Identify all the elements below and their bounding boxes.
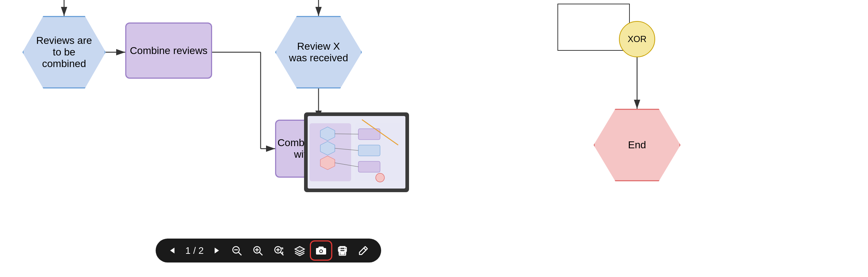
svg-rect-17 [358, 161, 380, 172]
prev-button[interactable] [164, 243, 180, 259]
camera-button[interactable] [312, 242, 330, 259]
layers-button[interactable] [291, 242, 309, 259]
zoom-fit-button[interactable] [270, 242, 288, 259]
svg-rect-16 [358, 145, 380, 156]
hex-review-x-received[interactable]: Review X was received [275, 16, 362, 88]
svg-marker-36 [295, 247, 304, 252]
svg-point-22 [376, 173, 384, 182]
svg-line-27 [239, 252, 241, 255]
svg-marker-24 [215, 248, 219, 253]
xor-label: XOR [628, 34, 646, 44]
hex-reviews-to-be-combined[interactable]: Reviews are to be combined [22, 16, 106, 88]
svg-line-31 [260, 252, 262, 255]
thumbnail-content [308, 116, 405, 189]
hex-reviews-label: Reviews are to be combined [34, 35, 94, 70]
print-button[interactable] [333, 242, 351, 259]
thumbnail-diagram [308, 116, 405, 189]
rect-combine-reviews[interactable]: Combine reviews [125, 22, 212, 79]
rect-combine-reviews-label: Combine reviews [130, 45, 208, 57]
zoom-in-button[interactable] [249, 242, 267, 259]
hex-end-label: End [628, 139, 646, 151]
svg-line-45 [364, 248, 366, 250]
svg-point-44 [345, 250, 346, 251]
circle-xor[interactable]: XOR [619, 21, 655, 57]
page-indicator: 1 / 2 [183, 245, 206, 256]
diagram-canvas: Reviews are to be combined Combine revie… [0, 0, 868, 277]
thumbnail-popup[interactable] [304, 112, 409, 192]
toolbar: 1 / 2 [156, 239, 381, 262]
zoom-out-button[interactable] [228, 242, 246, 259]
next-button[interactable] [209, 243, 225, 259]
svg-point-38 [320, 250, 322, 252]
rect-top-right [557, 4, 630, 51]
hex-review-x-label: Review X was received [287, 41, 350, 64]
hex-end[interactable]: End [594, 109, 681, 181]
edit-button[interactable] [354, 242, 372, 259]
svg-marker-23 [170, 248, 174, 253]
